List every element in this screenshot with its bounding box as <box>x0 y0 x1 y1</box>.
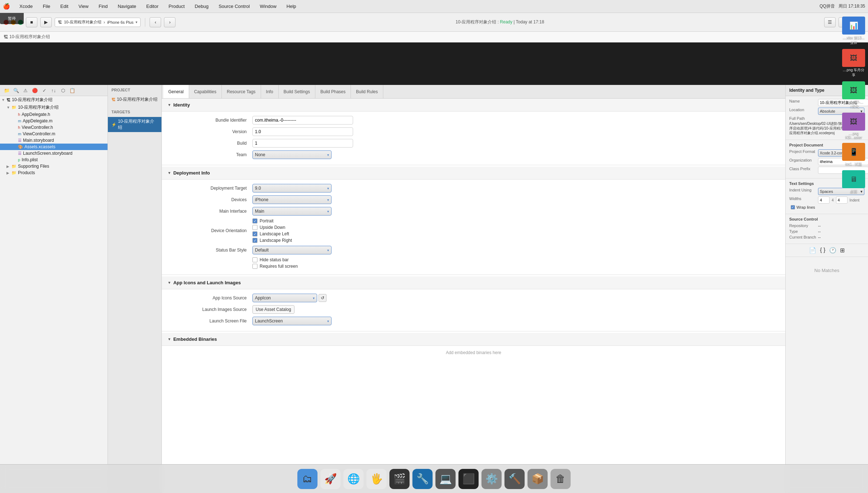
upside-down-checkbox[interactable] <box>252 225 257 230</box>
sidebar-item-viewcontroller-m[interactable]: m ViewController.m <box>0 131 108 137</box>
menu-file[interactable]: File <box>41 3 52 10</box>
dock-hammer[interactable]: 🔨 <box>504 469 525 489</box>
desktop-icon-5[interactable]: 🖥 桌面 <box>842 170 865 194</box>
desktop-icon-1[interactable]: 🖼 ....png 车丹分享 <box>841 49 866 78</box>
team-select[interactable]: None ▾ <box>252 150 332 159</box>
forward-button[interactable]: › <box>164 17 175 27</box>
file-name: Main.storyboard <box>23 138 54 143</box>
dock-archive[interactable]: 📦 <box>527 469 548 489</box>
landscape-left-label: Landscape Left <box>260 231 289 236</box>
apple-menu[interactable]: 🍎 <box>3 3 10 10</box>
menu-editor[interactable]: Editor <box>144 3 161 10</box>
menu-find[interactable]: Find <box>96 3 110 10</box>
menu-navigate[interactable]: Navigate <box>115 3 138 10</box>
sidebar-group[interactable]: ▼ 📁 10-应用程序对象介绍 <box>0 104 108 111</box>
file-icon[interactable]: 📄 <box>809 247 816 254</box>
sidebar-error-btn[interactable]: 🔴 <box>31 86 39 94</box>
app-icons-section-header[interactable]: ▼ App Icons and Launch Images <box>162 276 785 289</box>
dock-xcode[interactable]: 🔧 <box>412 469 433 489</box>
sidebar-project-root[interactable]: ▼ 🏗 10-应用程序对象介绍 <box>0 96 108 104</box>
dock-safari[interactable]: 🌐 <box>343 469 364 489</box>
embedded-section-header[interactable]: ▼ Embedded Binaries <box>162 333 785 346</box>
dock-trash[interactable]: 🗑 <box>551 469 571 489</box>
tab-width-input[interactable] <box>818 196 830 204</box>
menu-source-control[interactable]: Source Control <box>216 3 252 10</box>
devices-select[interactable]: iPhone ▾ <box>252 195 332 204</box>
dock-finder[interactable]: 🗂 <box>297 469 317 489</box>
sidebar-item-appdelegate-m[interactable]: m AppDelegate.m <box>0 118 108 124</box>
sidebar-warning-btn[interactable]: ⚠ <box>22 86 29 94</box>
tab-resource-tags[interactable]: Resource Tags <box>222 85 261 98</box>
sidebar-test-btn[interactable]: ✓ <box>40 86 48 94</box>
main-interface-select[interactable]: Main ▾ <box>252 207 332 216</box>
storyboard-icon: ☰ <box>18 138 22 143</box>
sidebar-folder-btn[interactable]: 📁 <box>3 86 11 94</box>
dock-systemprefs[interactable]: ⚙️ <box>481 469 502 489</box>
tab-build-phases[interactable]: Build Phases <box>315 85 351 98</box>
sidebar-item-info-plist[interactable]: p Info.plist <box>0 157 108 163</box>
main-layout: 📁 🔍 ⚠ 🔴 ✓ ↑↓ ⬡ 📋 ▼ 🏗 10-应用程序对象介绍 ▼ 📁 10-… <box>0 85 868 493</box>
dock-simulator[interactable]: 💻 <box>435 469 456 489</box>
menu-window[interactable]: Window <box>258 3 279 10</box>
desktop-icon-2[interactable]: 🖼 ....png 07-...（优化 <box>841 81 866 109</box>
stop-build-button[interactable]: ■ <box>26 17 37 27</box>
landscape-left-checkbox[interactable]: ✓ <box>252 231 257 236</box>
sidebar-report-btn[interactable]: 📋 <box>68 86 76 94</box>
target-item[interactable]: ⚡ 10-应用程序对象介绍 <box>108 117 161 132</box>
menu-product[interactable]: Product <box>166 3 187 10</box>
portrait-checkbox[interactable]: ✓ <box>252 218 257 223</box>
sidebar-breakpoint-btn[interactable]: ⬡ <box>59 86 67 94</box>
bundle-id-input[interactable] <box>252 116 353 125</box>
requires-fullscreen-checkbox[interactable] <box>252 264 257 269</box>
desktop-icon-4[interactable]: 📱 ios1...试题 <box>842 143 865 167</box>
hide-status-bar-checkbox[interactable] <box>252 257 257 262</box>
tab-build-settings[interactable]: Build Settings <box>279 85 315 98</box>
use-asset-catalog-button[interactable]: Use Asset Catalog <box>252 305 294 314</box>
sidebar-item-launchscreen[interactable]: ☰ LaunchScreen.storyboard <box>0 150 108 157</box>
sidebar-search-btn[interactable]: 🔍 <box>12 86 20 94</box>
desktop-icon-0[interactable]: 📊 ....xlsx 第13...业班 <box>841 17 866 45</box>
sidebar-git-btn[interactable]: ↑↓ <box>50 86 58 94</box>
sidebar-item-appdelegate-h[interactable]: h AppDelegate.h <box>0 111 108 118</box>
sidebar-item-products[interactable]: ▶ 📁 Products <box>0 169 108 176</box>
landscape-right-checkbox[interactable]: ✓ <box>252 238 257 243</box>
dock-terminal[interactable]: ⬛ <box>458 469 479 489</box>
tab-general[interactable]: General <box>163 85 189 98</box>
build-input[interactable] <box>252 139 353 148</box>
version-input[interactable] <box>252 127 353 136</box>
location-key: Location <box>789 108 818 112</box>
launch-screen-select[interactable]: LaunchScreen ▾ <box>252 317 332 325</box>
products-label: Products <box>18 170 35 175</box>
menu-view[interactable]: View <box>76 3 91 10</box>
sidebar-item-supporting-files[interactable]: ▶ 📁 Supporting Files <box>0 163 108 169</box>
refresh-button[interactable]: ↺ <box>319 294 326 302</box>
sidebar-item-assets[interactable]: 🎨 Assets.xcassets <box>0 144 108 150</box>
tab-info[interactable]: Info <box>261 85 279 98</box>
project-item[interactable]: 🏗 10-应用程序对象介绍 <box>108 95 161 104</box>
dock-quicktime[interactable]: 🎬 <box>389 469 410 489</box>
sidebar-item-main-storyboard[interactable]: ☰ Main.storyboard <box>0 137 108 144</box>
menu-edit[interactable]: Edit <box>58 3 70 10</box>
menu-help[interactable]: Help <box>284 3 298 10</box>
app-icons-source-select[interactable]: AppIcon ▾ <box>252 294 317 302</box>
deploy-target-select[interactable]: 9.0 ▾ <box>252 184 332 193</box>
dock-controlpad[interactable]: 🖐 <box>366 469 387 489</box>
wrap-lines-checkbox[interactable]: ✓ <box>791 205 795 209</box>
back-button[interactable]: ‹ <box>150 17 161 27</box>
scheme-selector[interactable]: 🏗 10-应用程序对象介绍 › iPhone 6s Plus ▾ <box>55 18 141 27</box>
tab-build-rules[interactable]: Build Rules <box>351 85 383 98</box>
sidebar-item-viewcontroller-h[interactable]: h ViewController.h <box>0 124 108 131</box>
deployment-section-header[interactable]: ▼ Deployment Info <box>162 167 785 180</box>
folder-icon: 📁 <box>12 164 17 169</box>
tab-capabilities[interactable]: Capabilities <box>189 85 222 98</box>
menu-debug[interactable]: Debug <box>193 3 211 10</box>
dock-launchpad[interactable]: 🚀 <box>320 469 341 489</box>
desktop-icon-3[interactable]: 🖼 ....png KSI...aster <box>841 113 866 139</box>
navigator-toggle[interactable]: ☰ <box>824 17 836 27</box>
identity-section-header[interactable]: ▼ Identity <box>162 99 785 112</box>
status-bar-select[interactable]: Default ▾ <box>252 246 332 254</box>
menu-xcode[interactable]: Xcode <box>17 3 35 10</box>
code-icon[interactable]: { } <box>820 247 825 254</box>
clock-icon[interactable]: 🕐 <box>829 247 836 254</box>
play-button[interactable]: ▶ <box>40 17 52 27</box>
